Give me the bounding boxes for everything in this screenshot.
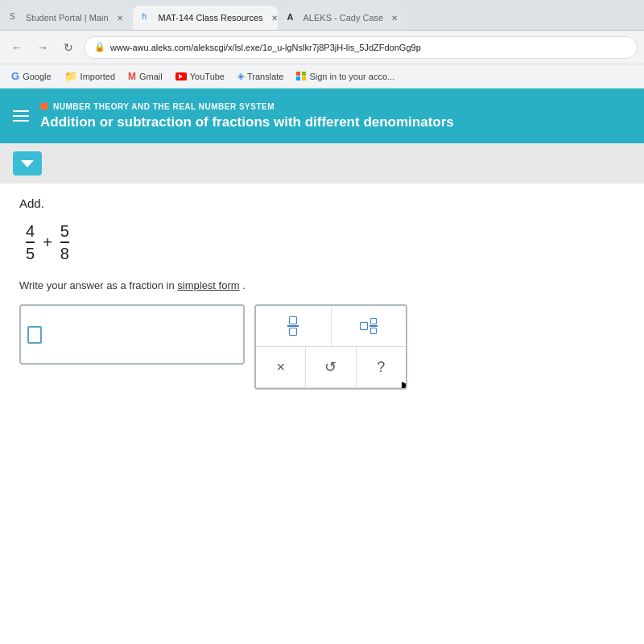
header-text: NUMBER THEORY AND THE REAL NUMBER SYSTEM… bbox=[40, 102, 631, 130]
simplest-form-text-prefix: Write your answer as a fraction in bbox=[19, 279, 175, 291]
keypad-row-2: × ↺ ? bbox=[256, 347, 406, 388]
keypad-row-1 bbox=[256, 306, 406, 347]
tab-favicon-aleks: A bbox=[287, 12, 299, 23]
help-button[interactable]: ? bbox=[357, 347, 406, 387]
header-title: Addition or subtraction of fractions wit… bbox=[40, 114, 631, 130]
reload-button[interactable]: ↻ bbox=[58, 37, 79, 58]
translate-icon: ◈ bbox=[237, 71, 244, 81]
simplest-form-instruction: Write your answer as a fraction in simpl… bbox=[19, 279, 625, 291]
bookmark-imported-label: Imported bbox=[80, 72, 115, 81]
instruction-text: Add. bbox=[19, 196, 625, 210]
tab-student-portal[interactable]: S Student Portal | Main ✕ bbox=[0, 6, 133, 30]
ms-icon bbox=[296, 72, 306, 81]
fraction2-denominator: 8 bbox=[60, 244, 69, 263]
address-bar-row: ← → ↻ 🔒 www-awu.aleks.com/alekscgi/x/lsl… bbox=[0, 31, 644, 64]
tab-close-aleks[interactable]: ✕ bbox=[391, 14, 398, 23]
fraction2-numerator: 5 bbox=[60, 221, 69, 241]
tab-aleks[interactable]: A ALEKS - Cady Case ✕ bbox=[278, 6, 408, 30]
answer-input-box[interactable] bbox=[19, 304, 245, 365]
fraction-1: 4 5 bbox=[26, 221, 35, 263]
address-input[interactable]: 🔒 www-awu.aleks.com/alekscgi/x/lsl.exe/1… bbox=[84, 36, 638, 59]
lock-icon: 🔒 bbox=[94, 42, 105, 52]
fraction-problem: 4 5 + 5 8 bbox=[26, 221, 625, 263]
fraction1-numerator: 4 bbox=[26, 221, 35, 241]
cursor-indicator: ▶ bbox=[402, 377, 407, 390]
youtube-icon bbox=[175, 72, 187, 80]
fraction2-line bbox=[60, 242, 69, 243]
browser-window: S Student Portal | Main ✕ h MAT-144 Clas… bbox=[0, 0, 644, 644]
tab-label-mat144: MAT-144 Class Resources bbox=[159, 13, 263, 23]
bookmark-translate[interactable]: ◈ Translate bbox=[233, 69, 288, 83]
tab-label-aleks: ALEKS - Cady Case bbox=[303, 13, 384, 23]
tab-mat144[interactable]: h MAT-144 Class Resources ✕ bbox=[133, 6, 278, 30]
forward-button[interactable]: → bbox=[32, 37, 53, 58]
bookmark-translate-label: Translate bbox=[247, 72, 283, 81]
bookmark-google-label: Google bbox=[23, 72, 51, 81]
bookmark-gmail[interactable]: M Gmail bbox=[123, 69, 167, 84]
undo-button[interactable]: ↺ bbox=[306, 347, 356, 387]
bookmark-google[interactable]: G Google bbox=[6, 68, 56, 84]
operator-symbol: + bbox=[43, 233, 52, 252]
tab-close-mat144[interactable]: ✕ bbox=[271, 14, 278, 23]
folder-icon: 📁 bbox=[64, 70, 77, 82]
dropdown-chevron-button[interactable] bbox=[13, 151, 42, 175]
fraction1-denominator: 5 bbox=[26, 244, 35, 263]
help-icon: ? bbox=[377, 359, 385, 376]
answer-section: × ↺ ? ▶ bbox=[19, 304, 625, 390]
tab-close-student[interactable]: ✕ bbox=[117, 14, 123, 23]
bookmark-imported[interactable]: 📁 Imported bbox=[60, 68, 120, 84]
hamburger-menu[interactable] bbox=[13, 110, 29, 122]
chevron-down-icon bbox=[21, 160, 34, 167]
problem-area: Add. 4 5 + 5 8 Write your answer as a fr… bbox=[0, 184, 644, 644]
clear-icon: × bbox=[276, 359, 285, 376]
mixed-number-button[interactable] bbox=[332, 306, 407, 346]
tab-favicon-mat144: h bbox=[142, 12, 154, 23]
tab-favicon-student: S bbox=[10, 12, 21, 23]
bookmark-signin[interactable]: Sign in to your acco... bbox=[291, 70, 399, 83]
fraction1-line bbox=[26, 242, 35, 243]
address-text: www-awu.aleks.com/alekscgi/x/lsl.exe/1o_… bbox=[110, 43, 421, 52]
fraction-button[interactable] bbox=[256, 306, 332, 346]
math-keypad: × ↺ ? ▶ bbox=[254, 304, 407, 390]
bookmark-youtube[interactable]: YouTube bbox=[171, 70, 229, 83]
answer-placeholder-icon bbox=[27, 326, 42, 344]
bookmark-signin-label: Sign in to your acco... bbox=[309, 72, 394, 81]
bookmark-youtube-label: YouTube bbox=[190, 72, 225, 81]
bookmark-gmail-label: Gmail bbox=[139, 72, 163, 81]
tab-bar: S Student Portal | Main ✕ h MAT-144 Clas… bbox=[0, 0, 644, 31]
section-label: NUMBER THEORY AND THE REAL NUMBER SYSTEM bbox=[53, 102, 275, 111]
google-icon: G bbox=[11, 70, 19, 82]
mixed-number-icon bbox=[360, 318, 378, 334]
header-subtitle: NUMBER THEORY AND THE REAL NUMBER SYSTEM bbox=[40, 102, 631, 111]
aleks-header: NUMBER THEORY AND THE REAL NUMBER SYSTEM… bbox=[0, 89, 644, 143]
back-button[interactable]: ← bbox=[6, 37, 27, 58]
tab-label-student: Student Portal | Main bbox=[26, 13, 109, 23]
simplest-form-text-suffix: . bbox=[242, 279, 246, 291]
undo-icon: ↺ bbox=[324, 358, 336, 376]
clear-button[interactable]: × bbox=[256, 347, 306, 387]
main-content: NUMBER THEORY AND THE REAL NUMBER SYSTEM… bbox=[0, 89, 644, 644]
simplest-form-link[interactable]: simplest form bbox=[177, 279, 239, 291]
fraction-icon bbox=[287, 316, 299, 336]
bookmarks-bar: G Google 📁 Imported M Gmail YouTube ◈ Tr… bbox=[0, 64, 644, 89]
fraction-2: 5 8 bbox=[60, 221, 69, 263]
gmail-icon: M bbox=[128, 71, 136, 82]
orange-dot bbox=[40, 102, 48, 110]
